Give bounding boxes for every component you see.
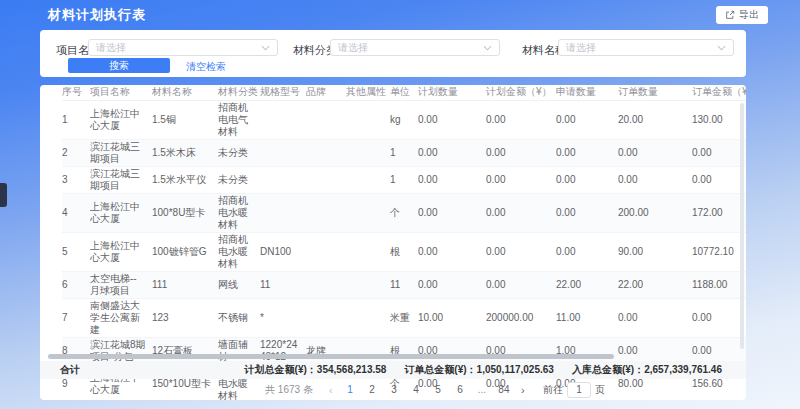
export-icon bbox=[725, 10, 735, 20]
table-cell: 11 bbox=[260, 271, 306, 298]
table-cell: 个 bbox=[390, 193, 418, 232]
table-cell: 130.00 bbox=[692, 100, 746, 139]
export-button[interactable]: 导出 bbox=[716, 6, 768, 24]
pager-page-1[interactable]: 1 bbox=[339, 384, 361, 395]
table-cell: 0.00 bbox=[692, 337, 746, 364]
table-cell: 0.00 bbox=[418, 139, 486, 166]
pager-prev-button[interactable]: ‹ bbox=[323, 384, 339, 396]
column-header: 材料名称 bbox=[152, 85, 218, 100]
table-row[interactable]: 2滨江花城三期项目1.5米木床未分类10.000.000.000.000.00 bbox=[62, 139, 746, 166]
export-label: 导出 bbox=[739, 8, 759, 22]
table-row[interactable]: 7南侧盛达大学生公寓新建123不锈钢*米重10.00200000.0011.00… bbox=[62, 298, 746, 337]
pager-next-button[interactable]: › bbox=[515, 384, 531, 396]
table-cell: 网线 bbox=[218, 271, 260, 298]
table-cell: 0.00 bbox=[486, 337, 556, 364]
table-cell: 5 bbox=[62, 232, 90, 271]
table-cell: 未分类 bbox=[218, 139, 260, 166]
table-cell bbox=[346, 139, 390, 166]
column-header: 序号 bbox=[62, 85, 90, 100]
table-cell: 1.5铜 bbox=[152, 100, 218, 139]
column-header: 项目名称 bbox=[90, 85, 152, 100]
column-header: 材料分类 bbox=[218, 85, 260, 100]
table-cell: 123 bbox=[152, 298, 218, 337]
chevron-down-icon bbox=[483, 45, 492, 51]
table-header-row: 序号项目名称材料名称材料分类规格型号品牌其他属性单位计划数量计划金额（¥）申请数… bbox=[62, 85, 746, 100]
table-row[interactable]: 1上海松江中心大厦1.5铜招商机电电气材料kg0.000.000.0020.00… bbox=[62, 100, 746, 139]
column-header: 申请数量 bbox=[556, 85, 618, 100]
table-cell: 90.00 bbox=[618, 232, 692, 271]
table-cell bbox=[306, 193, 346, 232]
search-button[interactable]: 搜索 bbox=[68, 58, 170, 73]
table-row[interactable]: 3滨江花城三期项目1.5米水平仪未分类10.000.000.000.000.00 bbox=[62, 166, 746, 193]
pager-page-4[interactable]: 4 bbox=[405, 384, 427, 395]
table-cell: 1220*2440*12 bbox=[260, 337, 306, 364]
side-drawer-handle[interactable] bbox=[0, 183, 7, 207]
column-header: 其他属性 bbox=[346, 85, 390, 100]
table-cell: 上海松江中心大厦 bbox=[90, 100, 152, 139]
table-cell bbox=[346, 298, 390, 337]
table-row[interactable]: 4上海松江中心大厦100*8U型卡招商机电水暖材料个0.000.000.0020… bbox=[62, 193, 746, 232]
filter-panel: 项目名称 请选择 材料分类 请选择 材料名称 请选择 搜索 清空检索 bbox=[40, 30, 746, 77]
table-cell: 200.00 bbox=[618, 193, 692, 232]
table-cell: 200000.00 bbox=[486, 298, 556, 337]
summary-bar: 合计 计划总金额(¥)：354,568,213.58 订单总金额(¥)：1,05… bbox=[40, 361, 746, 379]
table-cell: 1.5米木床 bbox=[152, 139, 218, 166]
table-cell: 墙面辅材 bbox=[218, 337, 260, 364]
table-cell: 根 bbox=[390, 337, 418, 364]
table-cell: 0.00 bbox=[556, 166, 618, 193]
table-cell bbox=[346, 100, 390, 139]
table-cell bbox=[260, 100, 306, 139]
pager-page-5[interactable]: 5 bbox=[427, 384, 449, 395]
table-cell: 招商机电水暖材料 bbox=[218, 193, 260, 232]
table-cell: 滨江花城三期项目 bbox=[90, 139, 152, 166]
table-cell: 0.00 bbox=[418, 166, 486, 193]
table-cell: 1 bbox=[390, 166, 418, 193]
pager-page-2[interactable]: 2 bbox=[361, 384, 383, 395]
clear-search-link[interactable]: 清空检索 bbox=[186, 60, 226, 74]
chevron-down-icon bbox=[717, 45, 726, 51]
pager-page-3[interactable]: 3 bbox=[383, 384, 405, 395]
pager-page-6[interactable]: 6 bbox=[449, 384, 471, 395]
plan-total: 计划总金额(¥)：354,568,213.58 bbox=[245, 363, 387, 377]
horizontal-scrollbar[interactable] bbox=[48, 354, 614, 359]
table-cell: * bbox=[260, 298, 306, 337]
table-cell: kg bbox=[390, 100, 418, 139]
table-row[interactable]: 6太空电梯--月球项目111网线11110.000.0022.0022.0011… bbox=[62, 271, 746, 298]
table-cell: 上海松江中心大厦 bbox=[90, 232, 152, 271]
column-header: 品牌 bbox=[306, 85, 346, 100]
material-name-select[interactable]: 请选择 bbox=[558, 39, 734, 56]
pager-page-84[interactable]: 84 bbox=[493, 384, 515, 395]
column-header: 单位 bbox=[390, 85, 418, 100]
table-cell: 2 bbox=[62, 139, 90, 166]
project-name-select[interactable]: 请选择 bbox=[88, 39, 278, 56]
table-cell: 米重 bbox=[390, 298, 418, 337]
table-cell bbox=[306, 298, 346, 337]
table-cell: 100*8U型卡 bbox=[152, 193, 218, 232]
table-cell: 0.00 bbox=[618, 337, 692, 364]
table-cell: 0.00 bbox=[418, 232, 486, 271]
table-row[interactable]: 8滨江花城8期项目-分包12石膏板墙面辅材1220*2440*12龙牌根0.00… bbox=[62, 337, 746, 364]
table-cell: 0.00 bbox=[556, 100, 618, 139]
materials-table: 序号项目名称材料名称材料分类规格型号品牌其他属性单位计划数量计划金额（¥）申请数… bbox=[62, 85, 746, 400]
table-cell bbox=[306, 166, 346, 193]
table-cell: 1 bbox=[62, 100, 90, 139]
pager-ellipsis: ... bbox=[471, 384, 493, 395]
table-cell: 0.00 bbox=[486, 232, 556, 271]
material-category-select[interactable]: 请选择 bbox=[330, 39, 500, 56]
table-cell: 0.00 bbox=[692, 166, 746, 193]
table-cell: 0.00 bbox=[556, 232, 618, 271]
pager-goto: 前往 页 bbox=[543, 382, 605, 398]
table-cell: 滨江花城三期项目 bbox=[90, 166, 152, 193]
table-cell bbox=[346, 193, 390, 232]
column-header: 计划金额（¥） bbox=[486, 85, 556, 100]
table-cell: 0.00 bbox=[618, 166, 692, 193]
table-cell: 1188.00 bbox=[692, 271, 746, 298]
table-cell: 0.00 bbox=[418, 100, 486, 139]
table-cell bbox=[306, 271, 346, 298]
table-row[interactable]: 5上海松江中心大厦100镀锌管G招商机电水暖材料DN100根0.000.000.… bbox=[62, 232, 746, 271]
vertical-scrollbar[interactable] bbox=[740, 103, 744, 349]
table-cell: 招商机电水暖材料 bbox=[218, 232, 260, 271]
table-cell: 0.00 bbox=[618, 298, 692, 337]
goto-page-input[interactable] bbox=[567, 382, 591, 398]
table-cell: 11.00 bbox=[556, 298, 618, 337]
